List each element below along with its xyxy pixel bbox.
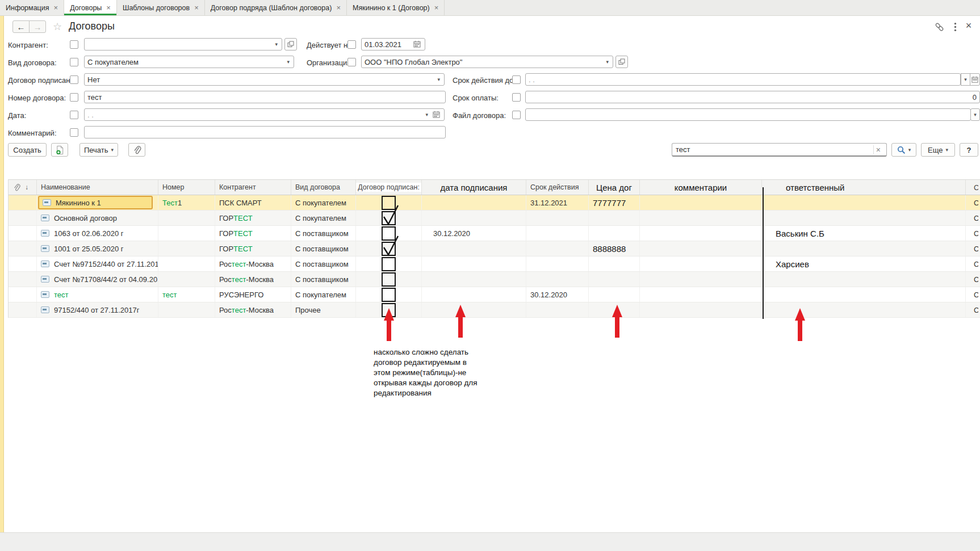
filter-checkbox-kontragent[interactable] [70,40,78,49]
favorite-star-icon[interactable]: ☆ [53,20,62,33]
cell-srok-dejstviya[interactable] [526,256,589,271]
cell-naimenovanie[interactable]: Счет №71708/44/2 от 04.09.20... [37,272,158,287]
cell-data-podpisaniya[interactable] [422,302,526,317]
cell-kontragent[interactable]: Ростест-Москва [215,256,291,271]
chevron-down-icon[interactable]: ▾ [424,112,429,117]
cell-srok-dejstviya[interactable] [526,302,589,317]
back-button[interactable]: ← [12,20,30,33]
table-row[interactable]: Мякинино к 1Тест1ПСК СМАРТС покупателем3… [9,195,980,211]
cell-otvetstvennyj[interactable] [762,211,966,225]
column-header-gutter[interactable]: ↓ [9,180,37,195]
column-header-dogovor-podpisan[interactable]: Договор подписан: [356,180,422,195]
table-row[interactable]: 1001 от 25.05.2020 гГОРТЕСТС поставщиком… [9,241,980,256]
cell-nomer[interactable] [158,256,215,271]
cell-nomer[interactable] [158,272,215,287]
cell-kommentarii[interactable] [640,211,762,225]
calendar-icon[interactable] [432,111,441,119]
cell-srok-dejstviya[interactable] [526,211,589,225]
selected-cell[interactable]: Мякинино к 1 [38,196,153,209]
tab-5[interactable]: Мякинино к 1 (Договор)× [347,0,445,15]
table-row[interactable]: Счет №97152/440 от 27.11.2017гРостест-Мо… [9,256,980,272]
filter-checkbox-data[interactable] [70,111,78,119]
cell-otvetstvennyj[interactable]: Харсиев [762,256,966,271]
attachments-button[interactable] [128,143,145,157]
cell-vid-dogovora[interactable]: С поставщиком [291,272,356,287]
cell-kontragent[interactable]: ГОРТЕСТ [215,241,291,256]
fajl-dogovora-dropdown-button[interactable]: ▾ [970,108,980,121]
cell-kommentarii[interactable] [640,195,762,210]
filter-input-kontragent[interactable]: ▾ [84,38,282,51]
cell-cena-dog[interactable]: 8888888 [589,241,640,256]
cell-cena-dog[interactable] [589,226,640,241]
cell-kommentarii[interactable] [640,272,762,287]
tab-close-icon[interactable]: × [194,4,199,11]
filter-checkbox-dogovor-podpisan[interactable] [70,75,78,84]
column-header-cena-dog[interactable]: Цена дог [589,180,640,195]
print-button[interactable]: Печать▾ [79,143,118,157]
cell-vid-dogovora[interactable]: С поставщиком [291,226,356,241]
cell-kontragent[interactable]: ГОРТЕСТ [215,211,291,225]
cell-nomer[interactable]: тест [158,287,215,302]
srok-dejstviya-dropdown-button[interactable]: ▾ [961,73,970,86]
more-button[interactable]: Еще▾ [921,143,955,157]
cell-data-podpisaniya[interactable] [422,211,526,225]
cell-kommentarii[interactable] [640,226,762,241]
filter-checkbox-organizaciya[interactable] [347,58,356,66]
cell-naimenovanie[interactable]: 97152/440 от 27.11.2017г [37,302,158,317]
filter-checkbox-srok-oplaty[interactable] [512,93,521,102]
tab-2[interactable]: Договоры× [64,0,117,15]
tab-1[interactable]: Информация× [0,0,64,15]
cell-data-podpisaniya[interactable] [422,241,526,256]
cell-kontragent[interactable]: Ростест-Москва [215,272,291,287]
cell-srok-dejstviya[interactable] [526,272,589,287]
cell-naimenovanie[interactable]: Основной договор [37,211,158,225]
cell-srok-dejstviya[interactable]: 31.12.2021 [526,195,589,210]
cell-naimenovanie[interactable]: Мякинино к 1 [37,195,158,210]
cell-nomer[interactable] [158,226,215,241]
column-header-kommentarii[interactable]: комментарии [640,180,762,195]
filter-input-nomer-dogovora[interactable]: тест [84,91,446,103]
close-form-icon[interactable]: × [963,20,974,31]
chevron-down-icon[interactable]: ▾ [286,59,291,65]
help-button[interactable]: ? [960,143,978,157]
cell-cena-dog[interactable] [589,272,640,287]
cell-kontragent[interactable]: ПСК СМАРТ [215,195,291,210]
filter-checkbox-vid-dogovora[interactable] [70,58,78,66]
filter-input-dejstvuet-na[interactable]: 01.03.2021 [361,38,425,51]
column-header-otvetstvennyj[interactable]: ответственный [762,180,966,195]
table-row[interactable]: тесттестРУСЭНЕРГОС покупателем30.12.2020… [9,287,980,302]
column-header-data-podpisaniya[interactable]: дата подписания [422,180,526,195]
copy-link-icon[interactable] [933,21,945,32]
forward-button[interactable]: → [29,20,46,33]
tab-4[interactable]: Договор подряда (Шаблон договора)× [205,0,347,15]
kontragent-choose-button[interactable] [284,38,297,51]
cell-data-podpisaniya[interactable] [422,287,526,302]
cell-naimenovanie[interactable]: 1063 от 02.06.2020 г [37,226,158,241]
cell-srok-dejstviya[interactable] [526,226,589,241]
cell-otvetstvennyj[interactable]: Васькин С.Б [762,226,966,241]
cell-kontragent[interactable]: Ростест-Москва [215,302,291,317]
filter-input-dogovor-podpisan[interactable]: Нет▾ [84,73,445,86]
table-row[interactable]: Основной договорГОРТЕСТС покупателемС [9,211,980,226]
table-row[interactable]: 97152/440 от 27.11.2017гРостест-МоскваПр… [9,302,980,318]
table-row[interactable]: Счет №71708/44/2 от 04.09.20...Ростест-М… [9,272,980,287]
cell-nomer[interactable]: Тест1 [158,195,215,210]
cell-kommentarii[interactable] [640,287,762,302]
filter-checkbox-fajl-dogovora[interactable] [512,111,521,119]
cell-vid-dogovora[interactable]: С покупателем [291,211,356,225]
create-new-copy-button[interactable] [51,143,68,157]
filter-input-vid-dogovora[interactable]: С покупателем▾ [84,56,294,68]
create-button[interactable]: Создать [8,143,47,157]
cell-data-podpisaniya[interactable] [422,272,526,287]
column-header-nomer[interactable]: Номер [158,180,215,195]
cell-srok-dejstviya[interactable] [526,241,589,256]
more-menu-kebab-icon[interactable] [949,21,961,32]
cell-kommentarii[interactable] [640,256,762,271]
column-header-naimenovanie[interactable]: Наименование [37,180,158,195]
clear-search-icon[interactable]: × [873,145,883,154]
cell-srok-dejstviya[interactable]: 30.12.2020 [526,287,589,302]
filter-input-kommentarij[interactable] [84,126,446,138]
cell-kontragent[interactable]: ГОРТЕСТ [215,226,291,241]
cell-kontragent[interactable]: РУСЭНЕРГО [215,287,291,302]
cell-otvetstvennyj[interactable] [762,272,966,287]
